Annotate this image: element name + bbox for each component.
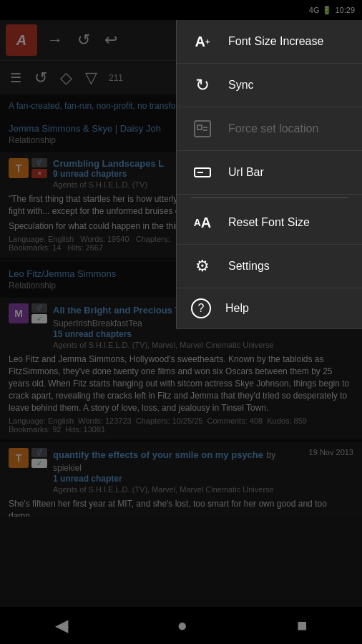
sync-label: Sync bbox=[228, 79, 254, 92]
menu-item-font-increase[interactable]: A+ Font Size Increase bbox=[177, 20, 362, 64]
menu-item-force-location[interactable]: Force set location bbox=[177, 107, 362, 151]
url-bar-icon bbox=[191, 161, 214, 184]
font-increase-label: Font Size Increase bbox=[228, 35, 323, 48]
menu-item-url-bar[interactable]: Url Bar bbox=[177, 151, 362, 195]
menu-item-sync[interactable]: ↻ Sync bbox=[177, 64, 362, 107]
sync-icon: ↻ bbox=[191, 74, 214, 97]
url-bar-label: Url Bar bbox=[228, 166, 264, 179]
help-label: Help bbox=[225, 302, 249, 315]
font-increase-icon: A+ bbox=[191, 30, 214, 53]
menu-item-help[interactable]: ? Help bbox=[177, 288, 362, 329]
menu-divider bbox=[191, 197, 348, 198]
force-location-icon bbox=[191, 117, 214, 140]
menu-item-settings[interactable]: ⚙ Settings bbox=[177, 245, 362, 288]
help-icon: ? bbox=[191, 298, 211, 318]
svg-rect-1 bbox=[197, 125, 202, 130]
reset-font-label: Reset Font Size bbox=[228, 216, 310, 229]
force-location-label: Force set location bbox=[228, 122, 318, 135]
dropdown-menu: A+ Font Size Increase ↻ Sync Force set l… bbox=[176, 20, 362, 329]
settings-icon: ⚙ bbox=[191, 255, 214, 278]
menu-item-reset-font[interactable]: AA Reset Font Size bbox=[177, 201, 362, 245]
reset-font-icon: AA bbox=[191, 211, 214, 234]
settings-label: Settings bbox=[228, 260, 270, 273]
